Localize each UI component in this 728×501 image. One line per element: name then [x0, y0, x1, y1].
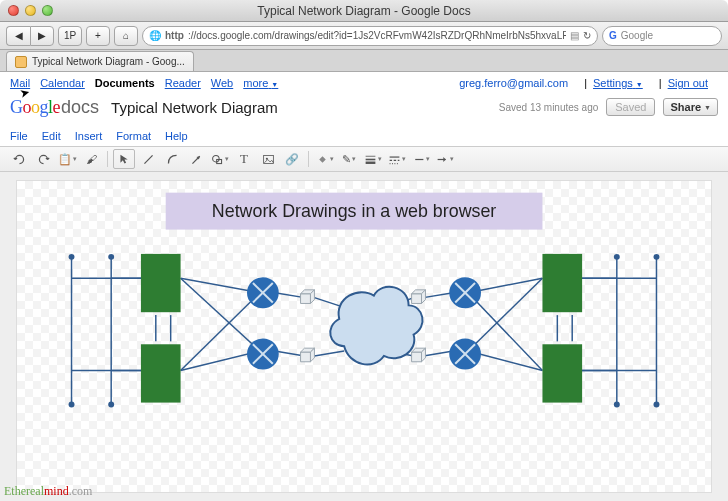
rss-icon[interactable]: ▤ [570, 30, 579, 41]
svg-rect-56 [542, 254, 582, 312]
close-window-button[interactable] [8, 5, 19, 16]
url-scheme: http [165, 30, 184, 41]
onepassword-button[interactable]: 1P [58, 26, 82, 46]
back-button[interactable]: ◀ [6, 26, 30, 46]
settings-link[interactable]: Settings ▼ [593, 77, 643, 89]
image-tool[interactable] [257, 149, 279, 169]
menu-format[interactable]: Format [116, 130, 151, 142]
docs-logo-suffix: docs [61, 97, 99, 118]
globe-icon: 🌐 [149, 30, 161, 41]
tab-title: Typical Network Diagram - Goog... [32, 56, 185, 67]
line-color-button[interactable]: ✎ [338, 149, 360, 169]
svg-line-50 [423, 293, 453, 298]
svg-point-18 [108, 254, 114, 260]
svg-rect-57 [542, 344, 582, 402]
minimize-window-button[interactable] [25, 5, 36, 16]
reload-button[interactable]: ↻ [583, 30, 591, 41]
nav-more[interactable]: more ▼ [243, 77, 278, 89]
svg-point-22 [614, 254, 620, 260]
browser-tab-strip: Typical Network Diagram - Goog... [0, 50, 728, 72]
nav-back-forward-group: ◀ ▶ [6, 26, 54, 46]
line-dash-button[interactable] [386, 149, 408, 169]
forward-button[interactable]: ▶ [30, 26, 54, 46]
docs-menu-bar: File Edit Insert Format Help [0, 126, 728, 146]
svg-point-2 [213, 155, 220, 162]
line-weight-button[interactable] [362, 149, 384, 169]
svg-point-19 [108, 402, 114, 408]
svg-rect-54 [141, 254, 181, 312]
google-favicon: G [609, 30, 617, 41]
url-text: ://docs.google.com/drawings/edit?id=1Js2… [188, 30, 566, 41]
svg-point-23 [614, 402, 620, 408]
svg-line-39 [314, 351, 344, 356]
account-email[interactable]: greg.ferro@gmail.com [459, 77, 568, 89]
select-tool[interactable] [113, 149, 135, 169]
svg-point-16 [69, 254, 75, 260]
google-nav-bar: Mail Calendar Documents Reader Web more … [0, 72, 728, 92]
document-title[interactable]: Typical Network Diagram [111, 99, 278, 116]
svg-line-0 [144, 155, 152, 163]
svg-point-24 [653, 254, 659, 260]
svg-point-17 [69, 402, 75, 408]
saved-button[interactable]: Saved [606, 98, 655, 116]
fill-color-button[interactable] [314, 149, 336, 169]
drawing-canvas-area: Network Drawings in a web browser [0, 172, 728, 501]
window-title: Typical Network Diagram - Google Docs [0, 4, 728, 18]
docs-favicon [15, 56, 27, 68]
search-placeholder: Google [621, 30, 653, 41]
browser-toolbar: ◀ ▶ 1P + ⌂ 🌐 http ://docs.google.com/dra… [0, 22, 728, 50]
nav-mail[interactable]: Mail [10, 77, 30, 89]
zoom-window-button[interactable] [42, 5, 53, 16]
nav-documents[interactable]: Documents [95, 77, 155, 89]
line-tool[interactable] [137, 149, 159, 169]
textbox-tool[interactable]: T [233, 149, 255, 169]
banner-text: Network Drawings in a web browser [212, 201, 497, 221]
cloud-shape[interactable] [330, 287, 422, 365]
left-switches[interactable] [141, 254, 181, 403]
docs-title-bar: Google docs Typical Network Diagram Save… [0, 92, 728, 126]
url-bar[interactable]: 🌐 http ://docs.google.com/drawings/edit?… [142, 26, 598, 46]
watermark: Etherealmind.com [4, 484, 92, 499]
home-button[interactable]: ⌂ [114, 26, 138, 46]
separator [308, 151, 309, 167]
mac-title-bar: Typical Network Diagram - Google Docs [0, 0, 728, 22]
browser-tab[interactable]: Typical Network Diagram - Goog... [6, 51, 194, 71]
redo-button[interactable] [32, 149, 54, 169]
svg-line-51 [423, 351, 453, 356]
curve-tool[interactable] [161, 149, 183, 169]
right-switches[interactable] [542, 254, 582, 403]
google-logo[interactable]: Google [10, 97, 60, 118]
menu-file[interactable]: File [10, 130, 28, 142]
shape-tool[interactable] [209, 149, 231, 169]
traffic-lights [8, 5, 53, 16]
nav-calendar[interactable]: Calendar [40, 77, 85, 89]
browser-search-box[interactable]: G Google [602, 26, 722, 46]
left-rails [72, 257, 112, 405]
menu-edit[interactable]: Edit [42, 130, 61, 142]
separator [107, 151, 108, 167]
add-button[interactable]: + [86, 26, 110, 46]
svg-rect-55 [141, 344, 181, 402]
menu-help[interactable]: Help [165, 130, 188, 142]
web-clipboard-button[interactable]: 📋 [56, 149, 78, 169]
arrow-end-button[interactable] [434, 149, 456, 169]
share-button[interactable]: Share▼ [663, 98, 718, 116]
link-tool[interactable]: 🔗 [281, 149, 303, 169]
docs-toolbar: 📋 🖌 T 🔗 ✎ [0, 146, 728, 172]
right-rails [617, 257, 657, 405]
drawing-canvas[interactable]: Network Drawings in a web browser [16, 180, 712, 493]
arrow-tool[interactable] [185, 149, 207, 169]
save-status: Saved 13 minutes ago [499, 102, 599, 113]
nav-reader[interactable]: Reader [165, 77, 201, 89]
undo-button[interactable] [8, 149, 30, 169]
paint-format-button[interactable]: 🖌 [80, 149, 102, 169]
menu-insert[interactable]: Insert [75, 130, 103, 142]
network-diagram-svg: Network Drawings in a web browser [17, 181, 711, 492]
arrow-start-button[interactable] [410, 149, 432, 169]
signout-link[interactable]: Sign out [668, 77, 708, 89]
nav-web[interactable]: Web [211, 77, 233, 89]
svg-point-25 [653, 402, 659, 408]
